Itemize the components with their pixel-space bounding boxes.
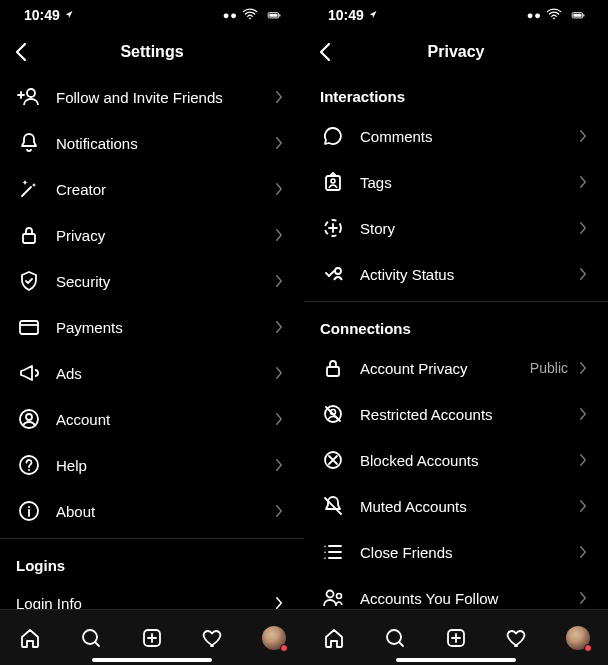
chevron-right-icon <box>270 364 288 382</box>
heart-icon <box>505 626 529 650</box>
lock-icon <box>320 355 346 381</box>
tag-icon <box>320 169 346 195</box>
back-button[interactable] <box>0 30 44 74</box>
close-friends-icon <box>320 539 346 565</box>
home-icon <box>18 626 42 650</box>
list-item[interactable]: Account PrivacyPublic <box>304 345 608 391</box>
chevron-right-icon <box>574 265 592 283</box>
tab-home[interactable] <box>10 618 50 658</box>
chevron-right-icon <box>270 456 288 474</box>
row-label: Restricted Accounts <box>360 406 574 423</box>
row-label: Login Info <box>16 595 270 610</box>
list-item[interactable]: Story <box>304 205 608 251</box>
tab-profile[interactable] <box>558 618 598 658</box>
chevron-right-icon <box>574 173 592 191</box>
location-icon <box>368 9 380 21</box>
login-info-row[interactable]: Login Info <box>0 582 304 609</box>
list-item[interactable]: Restricted Accounts <box>304 391 608 437</box>
privacy-screen: 10:49 ●● Privacy InteractionsCommentsTag… <box>304 0 608 665</box>
nav-header: Settings <box>0 30 304 74</box>
tab-new-post[interactable] <box>436 618 476 658</box>
tab-activity[interactable] <box>193 618 233 658</box>
muted-icon <box>320 493 346 519</box>
battery-icon <box>262 8 286 22</box>
row-label: Tags <box>360 174 574 191</box>
shield-icon <box>16 268 42 294</box>
lock-icon <box>16 222 42 248</box>
page-title: Settings <box>0 43 304 61</box>
chevron-right-icon <box>574 451 592 469</box>
star-wand-icon <box>16 176 42 202</box>
list-item[interactable]: Account <box>0 396 304 442</box>
chevron-right-icon <box>270 272 288 290</box>
section-header-interactions: Interactions <box>304 74 608 113</box>
tab-search[interactable] <box>375 618 415 658</box>
home-indicator[interactable] <box>92 658 212 662</box>
tab-bar <box>304 609 608 665</box>
chevron-left-icon <box>314 40 338 64</box>
section-header-connections: Connections <box>304 306 608 345</box>
list-item[interactable]: Close Friends <box>304 529 608 575</box>
new-post-icon <box>444 626 468 650</box>
nav-header: Privacy <box>304 30 608 74</box>
list-item[interactable]: Comments <box>304 113 608 159</box>
info-icon <box>16 498 42 524</box>
status-bar: 10:49 ●● <box>304 0 608 30</box>
list-item[interactable]: Follow and Invite Friends <box>0 74 304 120</box>
tab-activity[interactable] <box>497 618 537 658</box>
chevron-right-icon <box>574 405 592 423</box>
row-label: Blocked Accounts <box>360 452 574 469</box>
list-item[interactable]: Creator <box>0 166 304 212</box>
list-item[interactable]: Ads <box>0 350 304 396</box>
bell-icon <box>16 130 42 156</box>
home-indicator[interactable] <box>396 658 516 662</box>
tab-profile[interactable] <box>254 618 294 658</box>
back-button[interactable] <box>304 30 348 74</box>
chevron-right-icon <box>574 589 592 607</box>
chevron-right-icon <box>270 180 288 198</box>
divider <box>0 538 304 539</box>
list-item[interactable]: Notifications <box>0 120 304 166</box>
chevron-right-icon <box>270 88 288 106</box>
row-label: Muted Accounts <box>360 498 574 515</box>
row-label: Accounts You Follow <box>360 590 574 607</box>
row-label: Privacy <box>56 227 270 244</box>
search-icon <box>383 626 407 650</box>
list-item[interactable]: About <box>0 488 304 534</box>
comment-icon <box>320 123 346 149</box>
card-icon <box>16 314 42 340</box>
chevron-right-icon <box>574 219 592 237</box>
chevron-right-icon <box>270 410 288 428</box>
list-item[interactable]: Accounts You Follow <box>304 575 608 609</box>
tab-home[interactable] <box>314 618 354 658</box>
chevron-right-icon <box>270 502 288 520</box>
list-item[interactable]: Help <box>0 442 304 488</box>
list-item[interactable]: Tags <box>304 159 608 205</box>
status-time: 10:49 <box>328 7 364 23</box>
megaphone-icon <box>16 360 42 386</box>
row-label: Ads <box>56 365 270 382</box>
tab-new-post[interactable] <box>132 618 172 658</box>
list-item[interactable]: Privacy <box>0 212 304 258</box>
tab-search[interactable] <box>71 618 111 658</box>
avatar <box>566 626 590 650</box>
list-item[interactable]: Activity Status <box>304 251 608 297</box>
divider <box>304 301 608 302</box>
person-circle-icon <box>16 406 42 432</box>
list-item[interactable]: Muted Accounts <box>304 483 608 529</box>
chevron-right-icon <box>270 226 288 244</box>
settings-screen: 10:49 ●● Settings Follow and Invite Frie… <box>0 0 304 665</box>
search-icon <box>79 626 103 650</box>
avatar <box>262 626 286 650</box>
row-label: Notifications <box>56 135 270 152</box>
page-title: Privacy <box>304 43 608 61</box>
list-item[interactable]: Payments <box>0 304 304 350</box>
row-value: Public <box>530 360 568 376</box>
home-icon <box>322 626 346 650</box>
list-item[interactable]: Blocked Accounts <box>304 437 608 483</box>
battery-icon <box>566 8 590 22</box>
new-post-icon <box>140 626 164 650</box>
list-item[interactable]: Security <box>0 258 304 304</box>
row-label: Creator <box>56 181 270 198</box>
follow-icon <box>320 585 346 609</box>
